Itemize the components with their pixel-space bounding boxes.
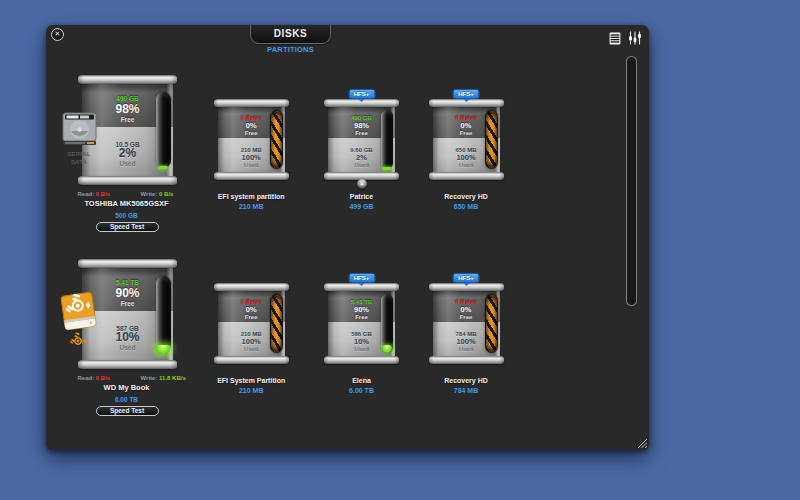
used-percent: 2% xyxy=(356,154,367,161)
barrel-rim xyxy=(78,360,177,369)
free-label: Free xyxy=(121,115,135,125)
list-view-icon[interactable] xyxy=(609,32,621,45)
tab-disks[interactable]: DISKS xyxy=(250,25,331,44)
free-percent: 0% xyxy=(461,122,472,130)
free-label: Free xyxy=(460,130,473,138)
barrel-rim xyxy=(214,172,289,180)
partition-size: 784 MB xyxy=(396,386,536,395)
partition-barrel[interactable]: HFS+ 490 GB 98% Free 9.60 GB 2% Used xyxy=(324,99,399,181)
filesystem-badge: HFS+ xyxy=(453,89,480,100)
free-percent: 90% xyxy=(354,306,369,314)
tab-partitions[interactable]: PARTITIONS xyxy=(200,44,381,55)
hazard-stripe xyxy=(485,294,498,353)
close-button[interactable]: ✕ xyxy=(51,28,64,41)
read-value: 0 B/s xyxy=(96,191,110,197)
app-window: ✕ DISKS PARTITIONS xyxy=(46,25,649,450)
free-label: Free xyxy=(121,299,135,309)
barrel-rim xyxy=(429,172,504,180)
external-drive-icon xyxy=(59,291,99,333)
used-label: Used xyxy=(354,161,369,169)
used-percent: 2% xyxy=(119,149,136,159)
activity-light xyxy=(159,166,168,169)
used-label: Used xyxy=(459,161,474,169)
used-percent: 100% xyxy=(456,338,475,345)
disk-capacity: 500 GB xyxy=(42,211,212,220)
write-label: Write: xyxy=(141,375,158,381)
partition-barrel[interactable]: 0 Bytes 0% Free 210 MB 100% Used xyxy=(214,99,289,181)
free-label: Free xyxy=(355,314,368,322)
free-percent: 0% xyxy=(246,306,257,314)
filesystem-badge: HFS+ xyxy=(453,273,480,284)
bus-label-line1: SERIAL xyxy=(49,151,109,159)
used-percent: 100% xyxy=(242,154,261,161)
activity-light xyxy=(382,167,391,170)
partition-name: Recovery HD xyxy=(396,192,536,202)
partition-barrel[interactable]: 0 Bytes 0% Free 210 MB 100% Used xyxy=(214,283,289,365)
barrel-rim xyxy=(78,75,177,84)
write-label: Write: xyxy=(141,191,158,197)
free-percent: 98% xyxy=(354,122,369,130)
toolbar xyxy=(609,31,642,45)
internal-hdd-icon xyxy=(62,112,97,146)
used-percent: 100% xyxy=(456,154,475,161)
speed-test-button[interactable]: Speed Test xyxy=(96,406,159,416)
free-percent: 98% xyxy=(115,103,139,115)
barrel-rim xyxy=(214,356,289,364)
barrel-rim xyxy=(78,176,177,185)
partition-barrel[interactable]: HFS+ 0 Bytes 0% Free 784 MB 100% Used xyxy=(429,283,504,365)
read-value: 0 B/s xyxy=(96,375,110,381)
free-percent: 90% xyxy=(115,287,139,299)
firewire-icon xyxy=(68,331,88,351)
read-stat: Read: 0 B/s xyxy=(78,374,111,382)
used-percent: 10% xyxy=(115,333,139,343)
hazard-stripe xyxy=(270,110,283,169)
free-percent: 0% xyxy=(246,122,257,130)
free-percent: 0% xyxy=(461,306,472,314)
hazard-stripe xyxy=(270,294,283,353)
activity-window xyxy=(156,92,171,168)
activity-light xyxy=(382,345,392,353)
readwrite-stats: Read: 0 B/s Write: 11.8 KB/s xyxy=(78,374,194,382)
partition-name: Recovery HD xyxy=(396,376,536,386)
filesystem-badge: HFS+ xyxy=(348,89,375,100)
barrel-rim xyxy=(78,259,177,268)
bus-label-line2: SATA xyxy=(49,159,109,167)
eject-button[interactable] xyxy=(357,179,367,189)
sliders-icon[interactable] xyxy=(628,31,642,45)
free-label: Free xyxy=(460,314,473,322)
barrel-rim xyxy=(214,283,289,291)
readwrite-stats: Read: 0 B/s Write: 0 B/s xyxy=(78,190,194,198)
speed-test-button[interactable]: Speed Test xyxy=(96,222,159,232)
partition-barrel[interactable]: HFS+ 5.41 TB 90% Free 586 GB 10% Used xyxy=(324,283,399,365)
hazard-stripe xyxy=(485,110,498,169)
used-label: Used xyxy=(354,345,369,353)
scrollbar[interactable] xyxy=(626,56,637,306)
bus-label: SERIAL SATA xyxy=(49,151,109,166)
filesystem-badge: HFS+ xyxy=(348,273,375,284)
partition-size: 650 MB xyxy=(396,202,536,211)
resize-grip[interactable] xyxy=(637,438,647,448)
barrel-rim xyxy=(324,356,399,364)
write-value: 0 B/s xyxy=(159,191,173,197)
read-label: Read: xyxy=(78,375,95,381)
free-label: Free xyxy=(245,314,258,322)
read-stat: Read: 0 B/s xyxy=(78,190,111,198)
used-percent: 10% xyxy=(354,338,369,345)
partition-barrel[interactable]: HFS+ 0 Bytes 0% Free 650 MB 100% Used xyxy=(429,99,504,181)
used-label: Used xyxy=(459,345,474,353)
barrel-rim xyxy=(429,356,504,364)
desktop: { "colors": { "desktop_background": "#4b… xyxy=(0,0,800,500)
used-label: Used xyxy=(244,161,259,169)
free-label: Free xyxy=(245,130,258,138)
read-label: Read: xyxy=(78,191,95,197)
activity-window xyxy=(156,276,171,352)
disk-capacity: 6.00 TB xyxy=(42,395,212,404)
used-label: Used xyxy=(244,345,259,353)
activity-window xyxy=(381,294,394,353)
used-label: Used xyxy=(120,159,136,168)
free-label: Free xyxy=(355,130,368,138)
activity-window xyxy=(381,110,394,169)
barrel-rim xyxy=(214,99,289,107)
used-percent: 100% xyxy=(242,338,261,345)
write-stat: Write: 11.8 KB/s xyxy=(141,374,186,382)
